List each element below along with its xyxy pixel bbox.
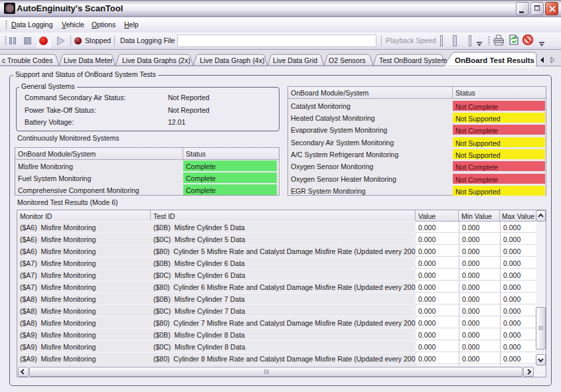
svg-text:OnBoard Test Results: OnBoard Test Results [455,56,534,64]
svg-text:Live Data Grid: Live Data Grid [273,56,317,64]
svg-text:c Trouble Codes: c Trouble Codes [2,56,52,64]
svg-text:O2 Sensors: O2 Sensors [329,56,365,64]
svg-text:Test OnBoard System: Test OnBoard System [379,56,447,64]
svg-text:Live Data Meter: Live Data Meter [64,56,114,64]
svg-text:Live Data Graphs (2x): Live Data Graphs (2x) [122,56,191,64]
svg-text:Live Data Graph (4x): Live Data Graph (4x) [200,56,264,64]
